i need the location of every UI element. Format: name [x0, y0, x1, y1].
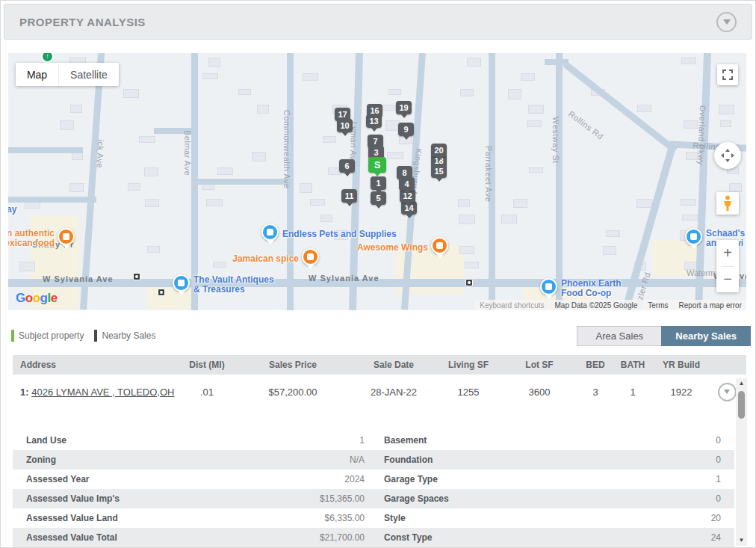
poi-label: Awesome Wings [357, 243, 428, 253]
keyboard-shortcuts-link[interactable]: Keyboard shortcuts [480, 301, 544, 310]
building [460, 89, 474, 96]
detail-label: Land Use [26, 435, 66, 446]
sale-marker-9[interactable]: 9 [398, 123, 414, 136]
detail-value: 0 [716, 435, 721, 446]
detail-value: $6,335.00 [325, 513, 365, 523]
building [217, 167, 233, 175]
poi-label: Phoenix Earth Food Co-op [561, 279, 622, 298]
poi-label: Jamaican spice [232, 254, 299, 264]
scroll-down-arrow-icon[interactable]: ▼ [736, 535, 747, 546]
pan-control-button[interactable] [714, 142, 741, 169]
shopping-icon[interactable] [261, 224, 279, 241]
building [202, 73, 218, 79]
terms-link[interactable]: Terms [648, 301, 668, 310]
building [19, 262, 35, 271]
road [80, 53, 105, 310]
detail-value: $15,365.00 [320, 493, 365, 504]
fullscreen-button[interactable] [717, 64, 738, 85]
sale-marker-15[interactable]: 15 [431, 164, 447, 178]
col-bed: BED [580, 355, 610, 375]
sale-marker-6[interactable]: 6 [339, 159, 355, 173]
map-canvas[interactable]: ick AveBelmar AveCommonwealth AveLyman A… [8, 53, 746, 310]
building [720, 120, 732, 127]
detail-value: 20 [711, 513, 721, 523]
restaurant-icon[interactable] [431, 237, 448, 254]
building [681, 199, 696, 206]
cart-icon[interactable] [540, 278, 557, 295]
subject-property-marker[interactable]: S [368, 157, 386, 173]
row-address-cell: 1: 4026 LYMAN AVE , TOLEDO,OH [13, 387, 177, 398]
map-button[interactable]: Map [16, 63, 59, 86]
building [603, 246, 617, 255]
address-link[interactable]: 4026 LYMAN AVE , TOLEDO,OH [31, 387, 174, 398]
road [8, 147, 83, 153]
detail-label: Foundation [384, 455, 433, 465]
detail-row: Assessed Year2024 Garage Type1 [13, 470, 734, 489]
building [387, 152, 403, 159]
detail-value: 1 [716, 474, 721, 484]
legend-nearby-label: Nearby Sales [102, 330, 155, 341]
building [681, 58, 696, 64]
vertical-scrollbar[interactable]: ▲ ▼ [736, 378, 747, 546]
detail-label: Const Type [384, 532, 432, 543]
building [123, 89, 139, 98]
nearby-sales-button[interactable]: Nearby Sales [661, 326, 751, 346]
detail-value: 0 [716, 455, 721, 465]
shopping-icon[interactable] [173, 274, 190, 292]
building [719, 105, 734, 114]
building [729, 183, 741, 192]
detail-row: Assessed Value Total$21,700.00 Const Typ… [13, 528, 734, 547]
satellite-button[interactable]: Satellite [59, 63, 119, 86]
road [8, 197, 96, 203]
col-living-sf: Living SF [439, 355, 498, 375]
subject-color-swatch [11, 330, 14, 342]
row-date: 28-JAN-22 [349, 387, 439, 398]
report-map-error-link[interactable]: Report a map error [679, 301, 742, 310]
zoom-in-button[interactable]: + [716, 241, 739, 266]
transit-stop-icon[interactable] [158, 289, 165, 296]
sale-marker-13[interactable]: 13 [366, 114, 382, 128]
sales-toggle-group: Area Sales Nearby Sales [577, 326, 751, 346]
road [198, 179, 287, 185]
restaurant-icon[interactable] [302, 248, 319, 265]
sale-marker-4[interactable]: 4 [399, 177, 415, 191]
street-view-pegman-button[interactable] [716, 192, 739, 215]
scrollbar-thumb[interactable] [738, 391, 745, 419]
transit-stop-icon[interactable] [133, 273, 140, 280]
street-label: Commonwealth Ave [282, 110, 291, 189]
building [508, 89, 522, 99]
map-type-toggle: Map Satellite [16, 63, 119, 86]
sale-marker-10[interactable]: 10 [337, 119, 353, 132]
zoom-out-button[interactable]: − [716, 267, 739, 292]
area-sales-button[interactable]: Area Sales [577, 326, 661, 346]
building [70, 105, 82, 113]
sale-marker-20[interactable]: 20 [431, 144, 447, 157]
col-address: Address [13, 355, 177, 375]
building [388, 89, 401, 95]
building [300, 183, 312, 193]
building [606, 230, 620, 237]
row-living-sf: 1255 [439, 387, 498, 398]
row-price: $57,200.00 [237, 387, 349, 398]
pan-arrows-icon [720, 148, 735, 163]
transit-stop-icon[interactable] [465, 279, 473, 286]
chevron-down-icon [723, 19, 731, 25]
row-collapse-button[interactable] [718, 383, 737, 401]
road [545, 59, 568, 65]
scroll-up-arrow-icon[interactable]: ▲ [736, 378, 747, 389]
panel-collapse-button[interactable] [716, 12, 737, 32]
row-index: 1: [20, 387, 29, 398]
building [684, 120, 698, 129]
property-details: Land Use1 Basement0 ZoningN/A Foundation… [13, 431, 734, 547]
sale-marker-11[interactable]: 11 [341, 189, 357, 203]
building [60, 120, 74, 130]
detail-label: Zoning [26, 455, 56, 465]
google-logo[interactable]: Google [16, 291, 58, 306]
sale-marker-1[interactable]: 1 [371, 176, 386, 190]
sale-marker-19[interactable]: 19 [396, 101, 412, 114]
restaurant-icon[interactable] [58, 228, 75, 245]
shopping-icon[interactable] [685, 228, 702, 245]
detail-value: 0 [716, 493, 721, 504]
building [636, 199, 652, 208]
park-marker-icon[interactable]: ↑ [41, 53, 54, 63]
